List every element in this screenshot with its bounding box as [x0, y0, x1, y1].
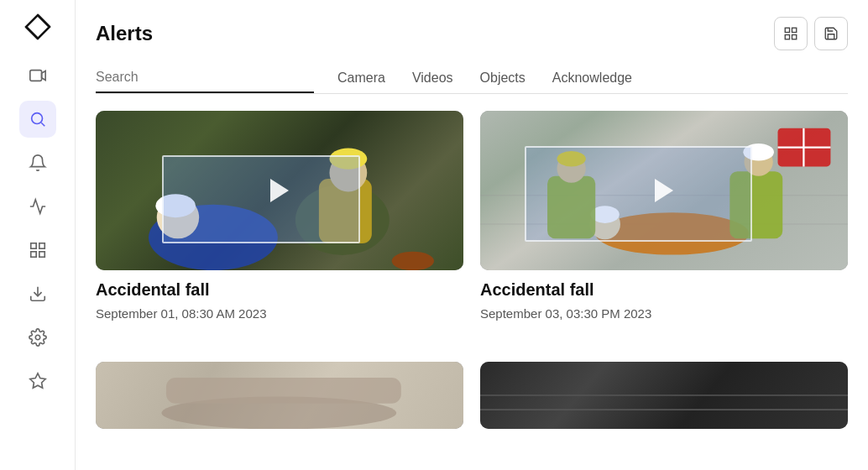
alert-card-2[interactable]: Accidental fall September 03, 03:30 PM 2…	[480, 111, 848, 345]
sidebar-item-settings[interactable]	[19, 319, 56, 356]
card-date-1: September 01, 08:30 AM 2023	[96, 306, 463, 321]
alert-card-4[interactable]	[480, 362, 848, 453]
alert-card-1[interactable]: Accidental fall September 01, 08:30 AM 2…	[96, 111, 463, 345]
svg-rect-5	[39, 252, 44, 257]
svg-rect-12	[792, 35, 797, 39]
filter-acknowledge[interactable]: Acknowledge	[549, 64, 635, 94]
svg-rect-36	[166, 378, 401, 404]
search-wrapper	[96, 66, 314, 93]
main-content: Alerts Camera Videos Objects	[76, 0, 868, 470]
play-button-2[interactable]	[646, 172, 682, 209]
svg-rect-3	[39, 243, 44, 248]
card-thumb-1	[96, 111, 463, 270]
save-button[interactable]	[814, 17, 848, 50]
svg-marker-8	[29, 373, 44, 388]
detection-box-2	[525, 146, 753, 242]
filter-videos[interactable]: Videos	[409, 64, 457, 94]
filter-camera[interactable]: Camera	[334, 64, 389, 94]
play-button-1[interactable]	[261, 172, 298, 209]
svg-rect-4	[30, 252, 35, 257]
search-input[interactable]	[96, 66, 314, 93]
alert-card-3[interactable]	[96, 362, 463, 453]
header: Alerts	[96, 17, 848, 50]
sidebar-item-grid[interactable]	[19, 232, 56, 269]
filter-objects[interactable]: Objects	[477, 64, 529, 94]
logo[interactable]	[21, 10, 55, 44]
filter-bar: Camera Videos Objects Acknowledge	[96, 64, 848, 94]
sidebar-item-video[interactable]	[19, 57, 56, 94]
card-thumb-2	[480, 111, 848, 270]
card-date-2: September 03, 03:30 PM 2023	[480, 306, 848, 321]
card-thumb-3	[96, 362, 463, 429]
card-title-1: Accidental fall	[96, 280, 463, 300]
sidebar	[0, 0, 76, 470]
svg-rect-11	[785, 35, 789, 39]
svg-rect-2	[30, 243, 35, 248]
sidebar-item-search[interactable]	[19, 101, 56, 138]
sidebar-item-star[interactable]	[19, 363, 56, 400]
svg-point-1	[31, 113, 42, 124]
header-actions	[774, 17, 848, 50]
page-title: Alerts	[96, 22, 153, 45]
svg-point-20	[392, 252, 434, 270]
svg-point-7	[35, 335, 40, 340]
svg-rect-9	[785, 28, 789, 32]
alerts-grid: Accidental fall September 01, 08:30 AM 2…	[96, 111, 848, 453]
card-title-2: Accidental fall	[480, 280, 848, 300]
sidebar-item-download[interactable]	[19, 275, 56, 312]
svg-rect-10	[792, 28, 797, 32]
sidebar-item-analytics[interactable]	[19, 188, 56, 225]
grid-view-button[interactable]	[774, 17, 808, 50]
card-thumb-4	[480, 362, 848, 429]
svg-rect-0	[29, 70, 41, 81]
sidebar-item-alerts[interactable]	[19, 144, 56, 181]
